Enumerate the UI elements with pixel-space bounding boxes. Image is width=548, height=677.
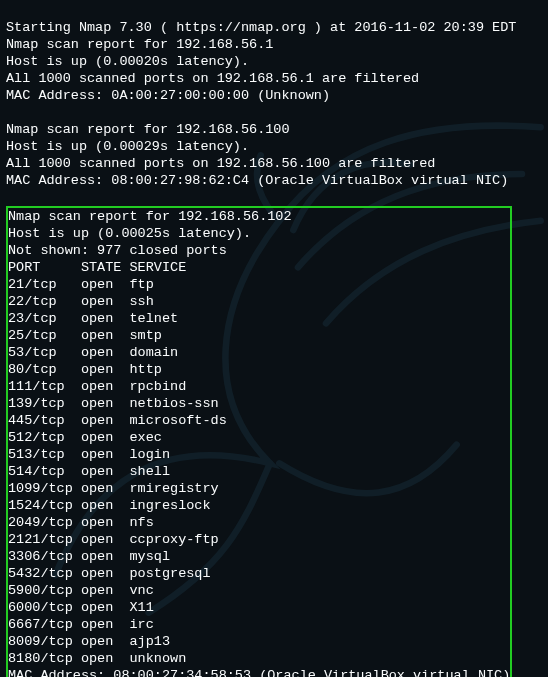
- host-up-line: Host is up (0.00020s latency).: [6, 54, 249, 69]
- scan-table-text: Nmap scan report for 192.168.56.102 Host…: [8, 208, 510, 677]
- mac-address-line: MAC Address: 0A:00:27:00:00:00 (Unknown): [6, 88, 330, 103]
- host-up-line: Host is up (0.00029s latency).: [6, 139, 249, 154]
- scan-report-line: Nmap scan report for 192.168.56.1: [6, 37, 273, 52]
- ports-filtered-line: All 1000 scanned ports on 192.168.56.100…: [6, 156, 435, 171]
- ports-filtered-line: All 1000 scanned ports on 192.168.56.1 a…: [6, 71, 419, 86]
- terminal-output: Starting Nmap 7.30 ( https://nmap.org ) …: [0, 0, 548, 677]
- highlighted-scan-block: Nmap scan report for 192.168.56.102 Host…: [6, 206, 512, 677]
- scan-report-line: Nmap scan report for 192.168.56.100: [6, 122, 290, 137]
- nmap-start-line: Starting Nmap 7.30 ( https://nmap.org ) …: [6, 20, 516, 35]
- mac-address-line: MAC Address: 08:00:27:98:62:C4 (Oracle V…: [6, 173, 508, 188]
